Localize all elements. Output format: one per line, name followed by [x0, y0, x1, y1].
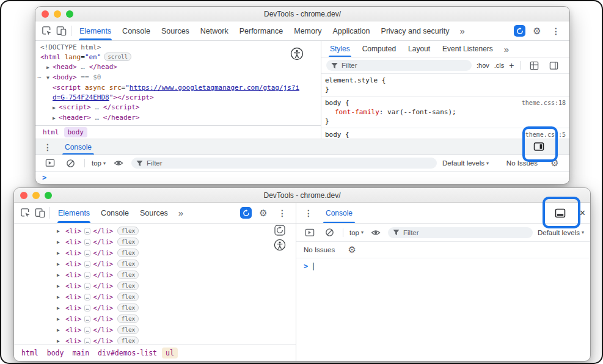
- more-tabs-icon[interactable]: »: [499, 41, 514, 57]
- flex-adorner-badge[interactable]: flex: [117, 337, 139, 344]
- flex-adorner-badge[interactable]: flex: [117, 282, 139, 290]
- dom-node[interactable]: ▶<li>…</li>flex: [14, 236, 296, 247]
- expand-inline-icon[interactable]: …: [84, 261, 91, 268]
- dom-node[interactable]: ▶<header> … </header>: [35, 113, 321, 123]
- console-filter-input[interactable]: Filter: [388, 227, 533, 238]
- dom-node[interactable]: ▶<li>…</li>flex: [14, 335, 296, 344]
- rule-source-link[interactable]: theme.css:18: [522, 98, 566, 107]
- dom-node[interactable]: ▶<li>…</li>flex: [14, 269, 296, 280]
- dom-node[interactable]: <!DOCTYPE html>: [35, 43, 321, 53]
- dom-node[interactable]: ▶<li>…</li>flex: [14, 247, 296, 258]
- expand-arrow-icon[interactable]: ▶: [46, 63, 53, 73]
- settings-gear-icon[interactable]: ⚙: [256, 208, 271, 219]
- context-selector[interactable]: top ▾: [349, 229, 364, 236]
- tab-network[interactable]: Network: [195, 21, 234, 40]
- drawer-menu-icon[interactable]: ⋮: [40, 142, 55, 152]
- rule-selector[interactable]: body {: [325, 130, 349, 139]
- tab-memory[interactable]: Memory: [288, 21, 327, 40]
- breadcrumb-html[interactable]: html: [39, 127, 63, 137]
- console-sidebar-icon[interactable]: [43, 158, 57, 168]
- breadcrumb-div-demos-list[interactable]: div#demos-list: [94, 348, 161, 359]
- console-settings-gear-icon[interactable]: ⚙: [547, 158, 562, 169]
- expand-arrow-icon[interactable]: ▶: [57, 338, 63, 344]
- expand-arrow-icon[interactable]: ▶: [57, 283, 63, 289]
- breadcrumb-main[interactable]: main: [68, 348, 93, 359]
- issues-status[interactable]: No Issues: [304, 246, 335, 253]
- flex-adorner-badge[interactable]: flex: [117, 293, 139, 301]
- new-style-rule-icon[interactable]: +: [509, 60, 514, 70]
- close-window-button[interactable]: [20, 192, 27, 199]
- flex-adorner-badge[interactable]: flex: [117, 326, 139, 334]
- expand-inline-icon[interactable]: …: [84, 338, 91, 344]
- expand-arrow-icon[interactable]: ▶: [53, 114, 59, 123]
- expand-arrow-icon[interactable]: ▶: [57, 327, 63, 333]
- default-levels-dropdown[interactable]: Default levels ▾: [442, 159, 489, 167]
- dom-node[interactable]: ▶<li>…</li>flex: [14, 280, 296, 291]
- flex-adorner-badge[interactable]: flex: [117, 227, 139, 235]
- dom-node[interactable]: ▶<li>…</li>flex: [14, 324, 296, 335]
- console-sidebar-icon[interactable]: [302, 228, 317, 238]
- sync-icon[interactable]: [514, 25, 525, 37]
- dom-node[interactable]: d=G-754F24EHD8"></script>: [35, 93, 321, 103]
- tab-computed[interactable]: Computed: [356, 41, 402, 57]
- eye-icon[interactable]: [368, 228, 383, 238]
- flex-adorner-badge[interactable]: flex: [117, 238, 139, 246]
- console-prompt[interactable]: >: [35, 172, 569, 184]
- expand-inline-icon[interactable]: …: [84, 283, 91, 289]
- style-property[interactable]: font-family: var(--font-sans);: [325, 107, 566, 117]
- flex-adorner-badge[interactable]: flex: [117, 249, 139, 257]
- minimize-window-button[interactable]: [32, 192, 40, 199]
- device-toolbar-icon[interactable]: [32, 203, 47, 223]
- refresh-icon[interactable]: [274, 225, 285, 236]
- expand-inline-icon[interactable]: …: [84, 294, 91, 300]
- expand-inline-icon[interactable]: …: [84, 316, 91, 322]
- expand-arrow-icon[interactable]: ▶: [57, 239, 63, 245]
- zoom-window-button[interactable]: [45, 192, 52, 199]
- expand-arrow-icon[interactable]: ▶: [57, 250, 63, 256]
- dom-node[interactable]: ▶<li>…</li>flex: [14, 302, 296, 313]
- rule-selector[interactable]: element.style {: [325, 76, 386, 85]
- inspect-icon[interactable]: [18, 203, 32, 223]
- flex-adorner-badge[interactable]: flex: [117, 271, 139, 279]
- expand-arrow-icon[interactable]: ▼: [46, 73, 53, 83]
- dom-node[interactable]: ▶<li>…</li>flex: [14, 313, 296, 324]
- inspect-icon[interactable]: [39, 21, 54, 40]
- kebab-menu-icon[interactable]: ⋮: [549, 26, 563, 36]
- console-filter-input[interactable]: Filter: [131, 158, 437, 169]
- dom-tree[interactable]: <!DOCTYPE html><html lang="en"scroll▶<he…: [35, 41, 321, 125]
- dom-node[interactable]: ▶<main> … </main>: [35, 123, 321, 125]
- flex-adorner-badge[interactable]: flex: [117, 304, 139, 312]
- sidebar-panel-icon[interactable]: [546, 61, 561, 70]
- device-toolbar-icon[interactable]: [54, 21, 68, 40]
- tab-application[interactable]: Application: [327, 21, 375, 40]
- drawer-menu-icon[interactable]: ⋮: [301, 208, 316, 218]
- tab-styles[interactable]: Styles: [324, 41, 356, 57]
- tab-console[interactable]: Console: [95, 203, 134, 223]
- accessibility-icon[interactable]: [274, 239, 286, 251]
- sync-icon[interactable]: [240, 207, 252, 219]
- dom-node[interactable]: ▶<script> … </script>: [35, 103, 321, 113]
- tab-sources[interactable]: Sources: [156, 21, 195, 40]
- expand-arrow-icon[interactable]: ▶: [53, 124, 59, 125]
- breadcrumb-body[interactable]: body: [43, 348, 68, 359]
- eye-icon[interactable]: [111, 158, 126, 168]
- more-tabs-icon[interactable]: »: [455, 21, 469, 40]
- dom-node[interactable]: ▶<li>…</li>flex: [14, 291, 296, 302]
- rule-source-link[interactable]: theme.css:5: [525, 130, 566, 139]
- node-menu-icon[interactable]: ⋯: [37, 73, 42, 82]
- more-tabs-icon[interactable]: »: [174, 203, 188, 223]
- dom-node[interactable]: ▶<li>…</li>flex: [14, 258, 296, 269]
- tab-layout[interactable]: Layout: [402, 41, 436, 57]
- minimize-window-button[interactable]: [54, 10, 61, 18]
- flex-adorner-badge[interactable]: flex: [117, 260, 139, 268]
- expand-arrow-icon[interactable]: ▶: [57, 261, 63, 267]
- pseudo-state-toggle[interactable]: :hov: [477, 62, 489, 69]
- element-class-toggle[interactable]: .cls: [494, 62, 505, 69]
- dom-tree[interactable]: ▶<li>…</li>flex▶<li>…</li>flex▶<li>…</li…: [14, 224, 296, 344]
- accessibility-icon[interactable]: [290, 47, 304, 60]
- flex-adorner-badge[interactable]: flex: [117, 315, 139, 323]
- grid-icon[interactable]: [527, 61, 541, 70]
- close-window-button[interactable]: [42, 10, 49, 18]
- close-icon[interactable]: ×: [580, 208, 585, 218]
- rule-selector[interactable]: body {: [325, 98, 349, 107]
